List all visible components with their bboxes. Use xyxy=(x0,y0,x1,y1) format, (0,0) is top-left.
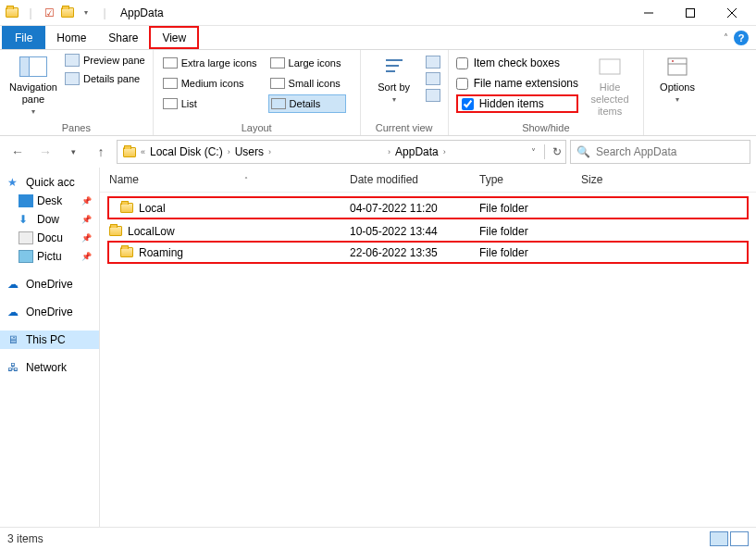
breadcrumb-seg-drive[interactable]: Local Disk (C:) xyxy=(148,145,225,158)
file-name-extensions-toggle[interactable]: File name extensions xyxy=(456,74,578,93)
desktop-icon xyxy=(19,194,33,207)
layout-list[interactable]: List xyxy=(161,94,263,113)
size-columns-icon[interactable] xyxy=(426,89,440,102)
column-headers[interactable]: Name˄ Date modified Type Size xyxy=(100,168,756,193)
hide-selected-items-button[interactable]: Hide selected items xyxy=(584,54,636,119)
ribbon-group-currentview: Sort by ▾ Current view xyxy=(361,50,449,135)
breadcrumb-seg-appdata[interactable]: AppData xyxy=(393,145,440,158)
chevron-right-icon[interactable]: › xyxy=(267,147,272,156)
pictures-icon xyxy=(19,250,33,263)
svg-point-12 xyxy=(672,60,674,62)
status-item-count: 3 items xyxy=(7,532,43,545)
folder-icon xyxy=(109,226,122,236)
file-row-local[interactable]: Local 04-07-2022 11:20 File folder xyxy=(107,196,749,219)
ribbon-view: Navigation pane ▾ Preview pane Details p… xyxy=(0,50,756,136)
item-check-boxes-toggle[interactable]: Item check boxes xyxy=(456,54,578,72)
breadcrumb-overflow-icon[interactable]: « xyxy=(140,147,146,156)
tab-file[interactable]: File xyxy=(2,26,45,49)
pc-icon: 🖥 xyxy=(7,333,22,346)
sort-asc-icon: ˄ xyxy=(244,176,248,184)
nav-pictures[interactable]: Pictu📌 xyxy=(0,247,99,266)
nav-network[interactable]: 🖧Network xyxy=(0,358,99,377)
ribbon-group-layout: Extra large icons Large icons Medium ico… xyxy=(154,50,361,135)
search-icon: 🔍 xyxy=(576,145,590,158)
tab-share[interactable]: Share xyxy=(97,26,149,49)
documents-icon xyxy=(19,231,33,244)
column-date[interactable]: Date modified xyxy=(350,173,479,186)
minimize-button[interactable] xyxy=(627,0,669,26)
preview-pane-button[interactable]: Preview pane xyxy=(65,54,145,67)
file-list: Local 04-07-2022 11:20 File folder Local… xyxy=(100,193,756,269)
star-icon: ★ xyxy=(7,176,22,189)
add-columns-icon[interactable] xyxy=(426,72,440,85)
ribbon-group-panes: Navigation pane ▾ Preview pane Details p… xyxy=(0,50,154,135)
network-icon: 🖧 xyxy=(7,361,22,374)
nav-desktop[interactable]: Desk📌 xyxy=(0,192,99,210)
nav-onedrive-2[interactable]: ☁OneDrive xyxy=(0,303,99,321)
nav-quick-access[interactable]: ★Quick acc xyxy=(0,173,99,192)
ribbon-group-showhide: Item check boxes File name extensions Hi… xyxy=(449,50,644,135)
back-button[interactable]: ← xyxy=(6,140,30,164)
column-name[interactable]: Name˄ xyxy=(109,173,350,186)
tab-home[interactable]: Home xyxy=(45,26,97,49)
qat-dropdown-icon[interactable]: ▾ xyxy=(78,5,94,21)
refresh-icon[interactable]: ↻ xyxy=(552,145,562,158)
svg-rect-1 xyxy=(686,8,694,17)
group-by-icon[interactable] xyxy=(426,56,440,69)
forward-button[interactable]: → xyxy=(33,140,57,164)
chevron-right-icon[interactable]: › xyxy=(387,147,391,156)
options-button[interactable]: Options ▾ xyxy=(651,54,703,105)
nav-this-pc[interactable]: 🖥This PC xyxy=(0,331,99,349)
pin-icon: 📌 xyxy=(81,215,95,224)
qat-properties-icon[interactable]: ☑ xyxy=(41,5,57,21)
details-pane-button[interactable]: Details pane xyxy=(65,72,145,85)
layout-small-icons[interactable]: Small icons xyxy=(268,74,347,93)
chevron-down-icon: ▾ xyxy=(31,107,35,117)
column-type[interactable]: Type xyxy=(479,173,581,186)
nav-downloads[interactable]: ⬇Dow📌 xyxy=(0,210,99,229)
breadcrumb-seg-users[interactable]: Users xyxy=(233,145,266,158)
file-row-roaming[interactable]: Roaming 22-06-2022 13:35 File folder xyxy=(107,241,749,264)
nav-onedrive-1[interactable]: ☁OneDrive xyxy=(0,275,99,293)
layout-medium-icons[interactable]: Medium icons xyxy=(161,74,263,93)
chevron-right-icon[interactable]: › xyxy=(227,147,231,156)
location-folder-icon xyxy=(121,143,138,160)
qat-separator: | xyxy=(22,5,39,21)
ribbon-collapse-icon[interactable]: ˄ xyxy=(724,32,728,43)
recent-locations-button[interactable]: ▾ xyxy=(61,140,85,164)
chevron-down-icon: ▾ xyxy=(392,95,396,105)
app-icon xyxy=(4,5,20,21)
search-input[interactable]: 🔍 Search AppData xyxy=(570,140,750,164)
svg-rect-9 xyxy=(600,59,620,74)
nav-documents[interactable]: Docu📌 xyxy=(0,229,99,247)
file-row-locallow[interactable]: LocalLow 10-05-2022 13:44 File folder xyxy=(100,221,756,241)
details-view-toggle[interactable] xyxy=(710,531,728,546)
column-size[interactable]: Size xyxy=(581,173,655,186)
breadcrumb-dropdown-icon[interactable]: ˅ xyxy=(530,147,537,157)
folder-icon xyxy=(120,247,133,257)
chevron-down-icon: ▾ xyxy=(675,95,679,105)
address-bar-row: ← → ▾ ↑ « Local Disk (C:) › Users › › Ap… xyxy=(0,136,756,168)
breadcrumb[interactable]: « Local Disk (C:) › Users › › AppData › … xyxy=(117,140,566,164)
cloud-icon: ☁ xyxy=(7,278,22,291)
folder-icon xyxy=(120,203,133,213)
up-button[interactable]: ↑ xyxy=(89,140,113,164)
window-title: AppData xyxy=(120,6,164,19)
sort-by-button[interactable]: Sort by ▾ xyxy=(368,54,420,105)
chevron-right-icon[interactable]: › xyxy=(442,147,447,156)
qat-separator2: | xyxy=(96,5,113,21)
help-icon[interactable]: ? xyxy=(734,31,749,45)
close-button[interactable] xyxy=(711,0,752,26)
qat-newfolder-icon[interactable] xyxy=(59,5,76,21)
large-icons-view-toggle[interactable] xyxy=(730,531,749,546)
maximize-button[interactable] xyxy=(669,0,711,26)
layout-details[interactable]: Details xyxy=(268,94,347,113)
layout-large-icons[interactable]: Large icons xyxy=(268,54,347,72)
navigation-pane: ★Quick acc Desk📌 ⬇Dow📌 Docu📌 Pictu📌 ☁One… xyxy=(0,168,100,527)
ribbon-tabs: File Home Share View ˄ ? xyxy=(0,26,756,50)
layout-extra-large-icons[interactable]: Extra large icons xyxy=(161,54,263,72)
hidden-items-toggle[interactable]: Hidden items xyxy=(456,94,578,113)
content-pane: Name˄ Date modified Type Size Local 04-0… xyxy=(100,168,756,527)
navigation-pane-button[interactable]: Navigation pane ▾ xyxy=(7,54,59,117)
tab-view[interactable]: View xyxy=(149,26,199,49)
